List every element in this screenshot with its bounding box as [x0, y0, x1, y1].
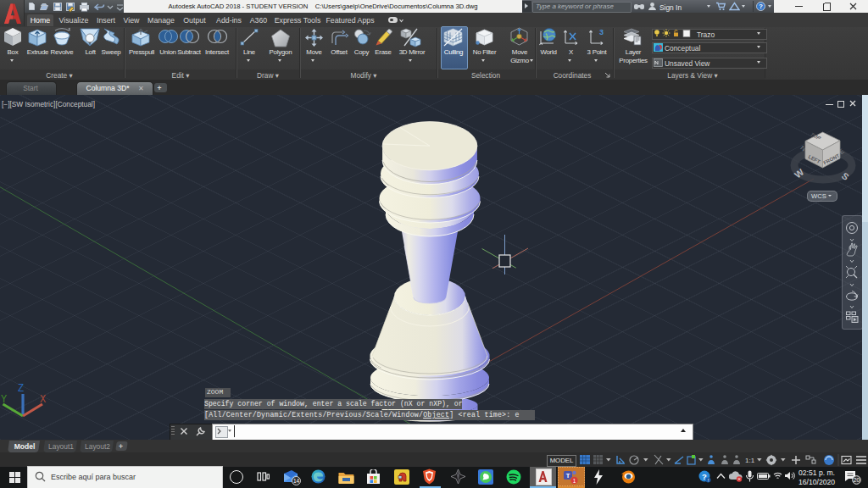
- svg-text:20: 20: [854, 477, 860, 483]
- svg-text:14: 14: [293, 478, 300, 484]
- svg-text:1: 1: [573, 478, 576, 484]
- svg-text:Y: Y: [1, 394, 7, 406]
- svg-text:3: 3: [599, 28, 604, 36]
- svg-text:1:1: 1:1: [745, 457, 755, 464]
- svg-text:Z: Z: [18, 383, 24, 395]
- svg-text:?: ?: [759, 3, 763, 10]
- svg-text:X: X: [40, 394, 46, 406]
- svg-text:T: T: [566, 472, 570, 480]
